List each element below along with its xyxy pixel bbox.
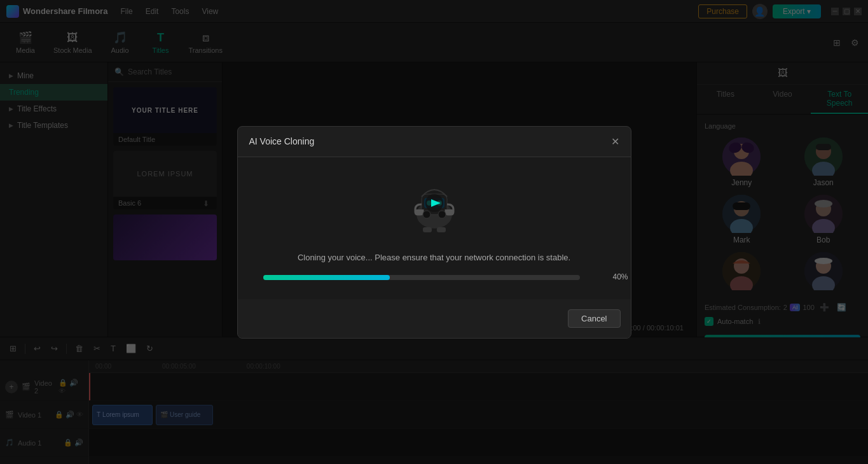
svg-rect-36 [437, 227, 446, 232]
modal-cancel-button[interactable]: Cancel [568, 309, 620, 328]
svg-rect-35 [423, 227, 432, 232]
modal-close-button[interactable]: ✕ [611, 136, 619, 148]
modal-status-text: Cloning your voice... Please ensure that… [298, 253, 570, 262]
modal-title: AI Voice Cloning [249, 136, 315, 146]
modal-footer: Cancel [238, 299, 631, 338]
voice-robot-graphic [403, 176, 466, 240]
progress-bar-container [263, 275, 580, 280]
modal-overlay: AI Voice Cloning ✕ [0, 0, 868, 464]
robot-svg [403, 176, 466, 240]
ai-voice-cloning-modal: AI Voice Cloning ✕ [237, 126, 631, 339]
progress-bar-fill [263, 275, 390, 280]
modal-header: AI Voice Cloning ✕ [238, 127, 631, 157]
svg-point-34 [438, 211, 446, 218]
progress-wrapper: 40% [263, 275, 605, 280]
svg-rect-32 [446, 209, 453, 214]
modal-body: Cloning your voice... Please ensure that… [238, 157, 631, 299]
svg-point-33 [423, 211, 431, 218]
svg-rect-31 [415, 209, 423, 214]
progress-percent-label: 40% [612, 272, 628, 281]
